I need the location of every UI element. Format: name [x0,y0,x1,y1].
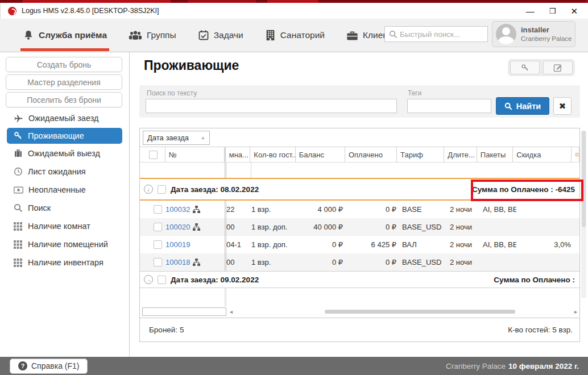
tab-reception[interactable]: Служба приёма [23,19,107,52]
plane-icon [14,114,23,123]
cell-duration: 2 ночи [447,201,480,218]
question-icon: ? [18,361,27,370]
cell-paid: 0 ₽ [347,218,399,236]
row-checkbox[interactable] [154,223,162,231]
cell-packages: AI, BB, BE... [480,236,516,253]
tab-label: Задачи [214,30,243,40]
col-duration[interactable]: Длите... [444,147,477,162]
group-row-0902[interactable]: → Дата заезда: 09.02.2022 Сумма по Оплач… [140,271,579,288]
user-card[interactable]: installer Cranberry Palace [492,21,575,47]
table-row[interactable]: 100020 00 1 взр. доп. 40 000 ₽ 0 ₽ BASE_… [140,218,579,236]
residents-grid: Дата заезда ▲ № мна... Кол-во гост... Ба… [139,128,580,342]
users-icon [129,30,142,40]
key-tool-button[interactable] [510,61,540,74]
maximize-button[interactable]: ❒ [549,7,556,15]
expand-group-icon[interactable]: → [144,275,153,284]
find-button[interactable]: Найти [496,97,549,115]
grid-empty-area [140,288,579,306]
vertical-scrollbar[interactable] [581,131,586,298]
sidebar-item-inventory-availability[interactable]: Наличие инвентаря [7,255,122,270]
edit-tool-button[interactable] [543,61,573,74]
text-search-label: Поиск по тексту [147,89,197,97]
scroll-right-arrow[interactable]: ▸ [574,309,577,315]
group-checkbox[interactable] [158,185,166,194]
tab-label: Служба приёма [39,30,107,40]
cell-guests: 1 взр. [251,201,297,218]
sort-asc-icon: ▲ [201,135,205,140]
select-all-checkbox[interactable] [149,151,158,159]
col-tariff[interactable]: Тариф [397,147,444,162]
text-search-input[interactable] [146,99,397,113]
suitcase-icon [14,149,23,158]
scrollbar-thumb[interactable] [582,131,586,227]
tab-sanatorium[interactable]: Санаторий [265,19,325,52]
sidebar: Создать бронь Мастер разделения Поселить… [0,52,130,357]
sidebar-item-premises-availability[interactable]: Наличие помещений [7,236,122,252]
sidebar-item-room-availability[interactable]: Наличие комнат [7,218,122,234]
tab-label: Санаторий [280,30,325,40]
close-button[interactable]: ✕ [570,7,578,15]
cell-paid: 0 ₽ [347,253,399,271]
help-button-label: Справка (F1) [31,361,79,370]
col-packages[interactable]: Пакеты [477,147,513,162]
sidebar-item-unpaid[interactable]: Неоплаченные [7,182,122,198]
col-balance[interactable]: Баланс [296,147,345,162]
split-master-button[interactable]: Мастер разделения [6,74,122,90]
tags-input[interactable] [407,99,491,113]
scroll-left-arrow[interactable]: ◂ [230,309,233,315]
sidebar-item-expected-departure[interactable]: Ожидаемый выезд [7,145,122,161]
booking-link[interactable]: 100018 [165,258,190,266]
cell-paid: 6 425 ₽ [347,236,399,253]
cell-room: 04-1 [226,236,251,253]
sidebar-item-residents[interactable]: Проживающие [7,128,122,144]
sidebar-item-search[interactable]: Поиск [7,200,122,216]
sidebar-item-label: Лист ожидания [28,167,86,176]
row-checkbox[interactable] [154,205,162,214]
booking-link[interactable]: 100019 [165,240,190,249]
row-checkbox[interactable] [154,258,162,266]
collapse-group-icon[interactable]: ↓ [144,185,153,194]
cell-tariff: BASE [399,201,447,218]
booking-link[interactable]: 100020 [165,223,190,231]
booking-link[interactable]: 100032 [165,205,190,214]
cell-balance: 4 000 ₽ [297,201,347,218]
find-button-label: Найти [516,102,541,111]
cell-packages: AI, BB, BE... [480,201,516,218]
table-row[interactable]: 100032 22 1 взр. 4 000 ₽ 0 ₽ BASE 2 ночи… [140,201,579,218]
tab-groups[interactable]: Группы [129,19,176,52]
group-tree-icon [193,259,200,266]
row-checkbox[interactable] [154,240,162,249]
checkin-without-booking-button[interactable]: Поселить без брони [6,92,122,107]
table-row[interactable]: 100018 00 1 взр. 0 ₽ 0 ₽ BASE_USD 2 ночи [140,253,579,271]
tab-tasks[interactable]: Задачи [198,19,243,52]
clear-filter-button[interactable]: ✖ [553,97,572,115]
col-room[interactable]: мна... [226,147,251,162]
scrollbar-thumb[interactable] [325,310,515,314]
sort-chip-arrival-date[interactable]: Дата заезда ▲ [143,131,210,145]
table-row[interactable]: 100019 04-1 1 взр. доп. 0 ₽ 6 425 ₽ ВАЛ … [140,236,579,253]
group-row-0802[interactable]: ↓ Дата заезда: 08.02.2022 Сумма по Оплач… [140,178,579,201]
quick-search [384,26,488,42]
create-booking-button[interactable]: Создать бронь [6,57,122,72]
group-checkbox[interactable] [158,276,166,284]
sort-chip-label: Дата заезда [147,134,189,142]
grid-sort-toolbar: Дата заезда ▲ [140,128,579,147]
cell-room: 22 [226,201,251,218]
sidebar-item-waiting-list[interactable]: Лист ожидания [7,164,122,180]
group-tree-icon [193,206,200,213]
col-discount[interactable]: Скидка [513,147,572,162]
col-number[interactable]: № [165,147,226,162]
cell-duration: 2 ночи [447,236,480,253]
cell-guests: 1 взр. [251,253,297,271]
group-tree-icon [193,223,200,231]
cell-tariff: BASE_USD [399,253,447,271]
col-guests[interactable]: Кол-во гост... [250,147,295,162]
frozen-scroll-box [142,307,226,316]
sidebar-item-label: Ожидаемый выезд [28,149,100,158]
quick-search-input[interactable] [400,27,485,41]
col-paid[interactable]: Оплачено [345,147,397,162]
main-tabbar: Служба приёма Группы Задачи Санаторий Кл… [0,19,588,52]
sidebar-item-expected-arrival[interactable]: Ожидаемый заезд [7,110,122,126]
minimize-button[interactable]: — [526,7,535,15]
help-button[interactable]: ? Справка (F1) [10,359,88,374]
